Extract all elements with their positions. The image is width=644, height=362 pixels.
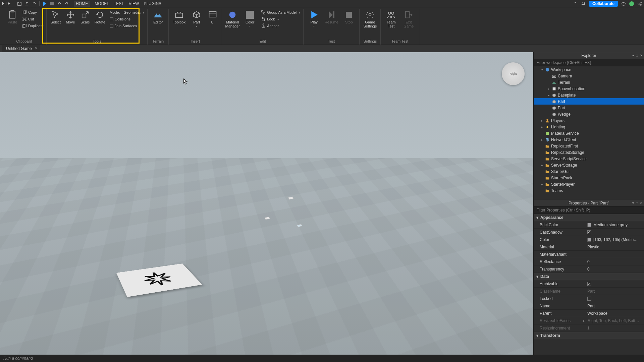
prop-row-classname[interactable]: ClassNamePart bbox=[534, 288, 644, 295]
copy-button[interactable]: Copy bbox=[22, 9, 44, 15]
duplicate-button[interactable]: Duplicate bbox=[22, 23, 44, 29]
close-tab-icon[interactable]: ✕ bbox=[35, 46, 38, 51]
tab-test[interactable]: TEST bbox=[114, 1, 124, 6]
stop-small-icon[interactable] bbox=[50, 1, 54, 6]
tree-item-part[interactable]: Part bbox=[534, 105, 644, 111]
tree-item-terrain[interactable]: Terrain bbox=[534, 79, 644, 85]
explorer-filter-input[interactable]: Filter workspace (Ctrl+Shift+X) bbox=[534, 59, 644, 66]
prop-row-brickcolor[interactable]: BrickColorMedium stone grey bbox=[534, 221, 644, 229]
save-icon[interactable] bbox=[17, 1, 22, 6]
tree-item-wedge[interactable]: Wedge bbox=[534, 111, 644, 117]
cut-button[interactable]: Cut bbox=[22, 16, 44, 22]
notifications-icon[interactable] bbox=[581, 1, 586, 6]
play-small-icon[interactable] bbox=[42, 1, 47, 6]
tab-view[interactable]: VIEW bbox=[129, 1, 139, 6]
chevron-up-icon[interactable]: ⌃ bbox=[573, 1, 578, 6]
properties-filter-input[interactable]: Filter Properties (Ctrl+Shift+P) bbox=[534, 206, 644, 214]
undo-icon[interactable] bbox=[57, 1, 62, 6]
tree-item-replicatedstorage[interactable]: ReplicatedStorage bbox=[534, 149, 644, 156]
expand-icon[interactable]: ▸ bbox=[540, 119, 544, 122]
mode-dropdown[interactable]: Mode: Geometric bbox=[110, 9, 145, 15]
checkbox-icon[interactable] bbox=[587, 297, 591, 301]
color-button[interactable]: Color▾ bbox=[242, 9, 258, 28]
tree-item-lighting[interactable]: ▸Lighting bbox=[534, 124, 644, 130]
material-manager-button[interactable]: MaterialManager bbox=[225, 9, 240, 28]
command-bar[interactable]: Run a command bbox=[0, 355, 644, 362]
chevron-right-icon[interactable]: ▸ bbox=[583, 319, 585, 322]
group-model-button[interactable]: Group As a Model bbox=[261, 9, 301, 15]
prop-row-reflectance[interactable]: Reflectance0 bbox=[534, 258, 644, 265]
tree-item-serverscriptservice[interactable]: ServerScriptService bbox=[534, 156, 644, 162]
prop-row-parent[interactable]: ParentWorkspace bbox=[534, 310, 644, 317]
tree-item-starterplayer[interactable]: ▸StarterPlayer bbox=[534, 181, 644, 187]
tree-item-replicatedfirst[interactable]: ReplicatedFirst bbox=[534, 143, 644, 149]
tree-item-camera[interactable]: Camera bbox=[534, 73, 644, 79]
expand-icon[interactable]: ▸ bbox=[547, 87, 550, 90]
ui-button[interactable]: UI bbox=[206, 9, 219, 24]
expand-icon[interactable]: ▸ bbox=[540, 164, 544, 167]
select-tool[interactable]: Select bbox=[49, 9, 62, 24]
menu-file[interactable]: FILE bbox=[2, 1, 10, 6]
expand-icon[interactable]: ▾ bbox=[540, 68, 544, 71]
expand-icon[interactable]: ▸ bbox=[540, 138, 544, 141]
prop-row-materialvariant[interactable]: MaterialVariant bbox=[534, 251, 644, 258]
game-settings-button[interactable]: GameSettings bbox=[362, 9, 378, 28]
prop-section-data[interactable]: ▾Data bbox=[534, 273, 644, 280]
toolbox-button[interactable]: Toolbox bbox=[171, 9, 187, 24]
view-selector-gizmo[interactable]: Right bbox=[502, 62, 525, 85]
expand-icon[interactable]: ▸ bbox=[540, 125, 544, 129]
share-icon[interactable] bbox=[637, 1, 642, 6]
tree-item-workspace[interactable]: ▾Workspace bbox=[534, 66, 644, 73]
scale-tool[interactable]: Scale bbox=[79, 9, 92, 24]
prop-row-locked[interactable]: Locked bbox=[534, 295, 644, 302]
lock-button[interactable]: Lock bbox=[261, 16, 301, 22]
tree-item-materialservice[interactable]: MaterialService bbox=[534, 130, 644, 136]
join-surfaces-checkbox[interactable]: Join Surfaces bbox=[110, 23, 145, 29]
prop-row-color[interactable]: Color[163, 162, 165] (Mediu… bbox=[534, 236, 644, 243]
stop-button[interactable]: Stop bbox=[341, 9, 357, 24]
prop-row-material[interactable]: MaterialPlastic bbox=[534, 243, 644, 251]
tab-home[interactable]: HOME bbox=[74, 1, 90, 7]
document-tab[interactable]: Untitled Game ✕ bbox=[2, 45, 40, 52]
checkbox-icon[interactable] bbox=[587, 282, 591, 286]
redo-small-icon[interactable] bbox=[32, 1, 37, 6]
team-test-button[interactable]: TeamTest bbox=[383, 9, 399, 28]
prop-row-transparency[interactable]: Transparency0 bbox=[534, 265, 644, 273]
panel-close-icon[interactable]: ✕ bbox=[640, 54, 643, 57]
tab-model[interactable]: MODEL bbox=[95, 1, 109, 6]
tree-item-teams[interactable]: Teams bbox=[534, 187, 644, 194]
panel-dropdown-icon[interactable]: ▾ bbox=[632, 201, 634, 205]
collaborate-button[interactable]: Collaborate bbox=[589, 1, 618, 7]
redo-icon[interactable] bbox=[64, 1, 69, 6]
part-button[interactable]: Part▾ bbox=[189, 9, 204, 28]
resume-button[interactable]: Resume bbox=[324, 9, 339, 24]
prop-row-archivable[interactable]: Archivable bbox=[534, 280, 644, 288]
expand-icon[interactable]: ▸ bbox=[547, 94, 550, 97]
account-icon[interactable] bbox=[629, 1, 634, 6]
prop-section-transform[interactable]: ▾Transform bbox=[534, 332, 644, 339]
publish-icon[interactable] bbox=[24, 1, 29, 6]
tree-item-networkclient[interactable]: ▸NetworkClient bbox=[534, 136, 644, 143]
paste-button[interactable]: Paste bbox=[5, 9, 20, 24]
prop-row-resizeincrement[interactable]: ResizeIncrement1 bbox=[534, 324, 644, 332]
help-icon[interactable] bbox=[621, 1, 626, 6]
panel-maximize-icon[interactable]: □ bbox=[636, 201, 638, 205]
tree-item-spawnlocation[interactable]: ▸SpawnLocation bbox=[534, 85, 644, 92]
move-tool[interactable]: Move bbox=[64, 9, 77, 24]
tree-item-players[interactable]: ▸Players bbox=[534, 117, 644, 124]
terrain-editor-button[interactable]: Editor bbox=[150, 9, 166, 24]
tree-item-part[interactable]: Part bbox=[534, 98, 644, 105]
tree-item-starterpack[interactable]: StarterPack bbox=[534, 175, 644, 181]
rotate-tool[interactable]: Rotate bbox=[94, 9, 106, 24]
panel-maximize-icon[interactable]: □ bbox=[636, 54, 638, 57]
tree-item-startergui[interactable]: StarterGui bbox=[534, 168, 644, 175]
panel-close-icon[interactable]: ✕ bbox=[640, 201, 643, 205]
collisions-checkbox[interactable]: Collisions bbox=[110, 16, 145, 22]
prop-section-appearance[interactable]: ▾Appearance bbox=[534, 214, 644, 221]
prop-row-name[interactable]: NamePart bbox=[534, 302, 644, 310]
checkbox-icon[interactable] bbox=[587, 230, 591, 234]
tree-item-baseplate[interactable]: ▸Baseplate bbox=[534, 92, 644, 98]
prop-row-castshadow[interactable]: CastShadow bbox=[534, 229, 644, 236]
viewport-3d[interactable]: Right bbox=[0, 52, 533, 355]
panel-dropdown-icon[interactable]: ▾ bbox=[632, 54, 634, 57]
